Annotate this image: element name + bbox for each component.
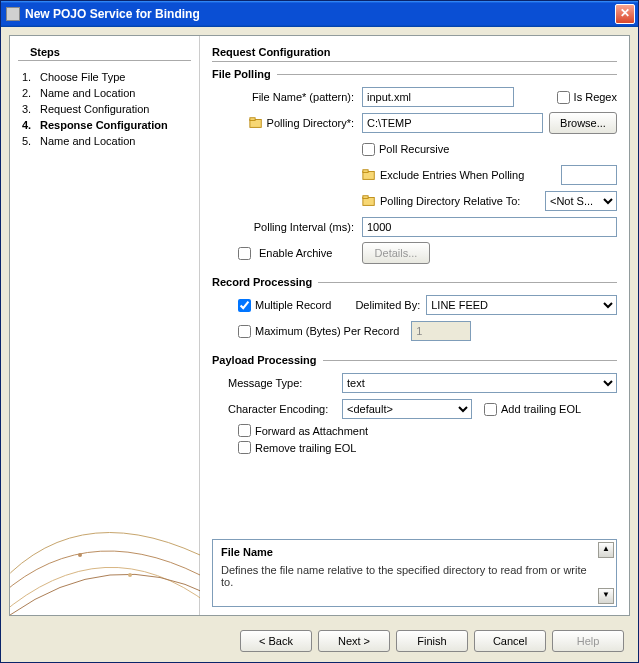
- char-encoding-select[interactable]: <default>: [342, 399, 472, 419]
- file-polling-title: File Polling: [212, 68, 271, 80]
- steps-list: 1.Choose File Type 2.Name and Location 3…: [10, 69, 199, 149]
- exclude-entries-label: Exclude Entries When Polling: [380, 169, 524, 181]
- scroll-up-button[interactable]: ▲: [598, 542, 614, 558]
- enable-archive-label: Enable Archive: [259, 247, 332, 259]
- description-box: File Name Defines the file name relative…: [212, 539, 617, 607]
- step-2: 2.Name and Location: [22, 85, 187, 101]
- enable-archive-checkbox[interactable]: [238, 247, 251, 260]
- step-1: 1.Choose File Type: [22, 69, 187, 85]
- record-processing-title: Record Processing: [212, 276, 312, 288]
- svg-point-0: [78, 553, 82, 557]
- payload-processing-group: Payload Processing Message Type: text Ch…: [212, 354, 617, 458]
- max-bytes-label: Maximum (Bytes) Per Record: [255, 325, 399, 337]
- remove-trailing-eol-label: Remove trailing EOL: [255, 442, 357, 454]
- relative-to-select[interactable]: <Not S...: [545, 191, 617, 211]
- record-processing-group: Record Processing Multiple Record Delimi…: [212, 276, 617, 346]
- window-title: New POJO Service for Binding: [25, 7, 615, 21]
- poll-recursive-checkbox[interactable]: [362, 143, 375, 156]
- multiple-record-checkbox[interactable]: [238, 299, 251, 312]
- max-bytes-checkbox[interactable]: [238, 325, 251, 338]
- scroll-down-button[interactable]: ▼: [598, 588, 614, 604]
- wizard-footer: < Back Next > Finish Cancel Help: [1, 624, 638, 662]
- browse-button[interactable]: Browse...: [549, 112, 617, 134]
- help-button[interactable]: Help: [552, 630, 624, 652]
- svg-point-1: [128, 573, 132, 577]
- interval-label: Polling Interval (ms):: [254, 221, 354, 233]
- svg-rect-3: [249, 118, 254, 121]
- folder-icon: [249, 116, 263, 130]
- close-button[interactable]: ✕: [615, 4, 635, 24]
- polling-dir-label: Polling Directory*:: [267, 117, 354, 129]
- description-text: Defines the file name relative to the sp…: [221, 564, 594, 588]
- step-3: 3.Request Configuration: [22, 101, 187, 117]
- delimited-by-select[interactable]: LINE FEED: [426, 295, 617, 315]
- add-trailing-eol-label: Add trailing EOL: [501, 403, 581, 415]
- steps-panel: Steps 1.Choose File Type 2.Name and Loca…: [10, 36, 200, 615]
- max-bytes-input[interactable]: [411, 321, 471, 341]
- cancel-button[interactable]: Cancel: [474, 630, 546, 652]
- folder-icon: [362, 194, 376, 208]
- description-title: File Name: [221, 546, 594, 558]
- payload-processing-title: Payload Processing: [212, 354, 317, 366]
- config-panel: Request Configuration File Polling File …: [200, 36, 629, 615]
- delimited-by-label: Delimited By:: [355, 299, 420, 311]
- titlebar: New POJO Service for Binding ✕: [1, 1, 638, 27]
- step-4: 4.Response Configuration: [22, 117, 187, 133]
- forward-attachment-label: Forward as Attachment: [255, 425, 368, 437]
- is-regex-checkbox[interactable]: [557, 91, 570, 104]
- panel-title: Request Configuration: [212, 46, 617, 62]
- poll-recursive-label: Poll Recursive: [379, 143, 449, 155]
- remove-trailing-eol-checkbox[interactable]: [238, 441, 251, 454]
- forward-attachment-checkbox[interactable]: [238, 424, 251, 437]
- polling-dir-input[interactable]: [362, 113, 543, 133]
- steps-heading: Steps: [18, 36, 191, 61]
- message-type-select[interactable]: text: [342, 373, 617, 393]
- relative-to-label: Polling Directory Relative To:: [380, 195, 520, 207]
- interval-input[interactable]: [362, 217, 617, 237]
- svg-rect-5: [363, 170, 368, 173]
- message-type-label: Message Type:: [212, 377, 342, 389]
- step-5: 5.Name and Location: [22, 133, 187, 149]
- folder-icon: [362, 168, 376, 182]
- finish-button[interactable]: Finish: [396, 630, 468, 652]
- decorative-swirl: [10, 455, 200, 615]
- details-button[interactable]: Details...: [362, 242, 430, 264]
- next-button[interactable]: Next >: [318, 630, 390, 652]
- char-encoding-label: Character Encoding:: [212, 403, 342, 415]
- file-polling-group: File Polling File Name* (pattern): Is Re…: [212, 68, 617, 268]
- back-button[interactable]: < Back: [240, 630, 312, 652]
- file-name-label: File Name* (pattern):: [252, 91, 354, 103]
- app-icon: [6, 7, 20, 21]
- file-name-input[interactable]: [362, 87, 514, 107]
- is-regex-label: Is Regex: [574, 91, 617, 103]
- add-trailing-eol-checkbox[interactable]: [484, 403, 497, 416]
- svg-rect-7: [363, 196, 368, 199]
- exclude-entries-input[interactable]: [561, 165, 617, 185]
- multiple-record-label: Multiple Record: [255, 299, 331, 311]
